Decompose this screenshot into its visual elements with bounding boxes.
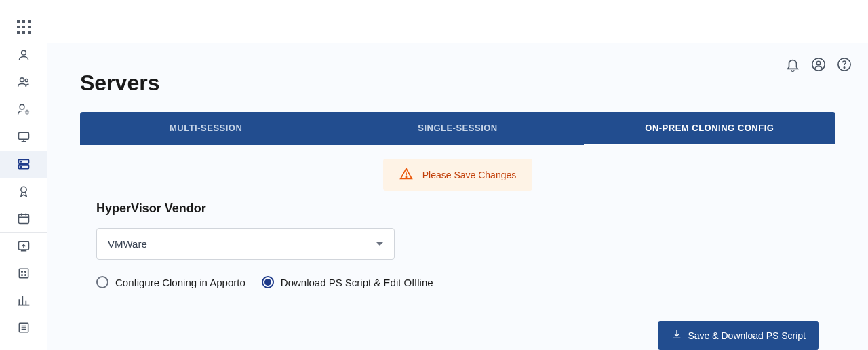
svg-point-1 [20,78,24,82]
sidebar-item-servers[interactable] [0,151,47,178]
radio-unchecked-icon [96,276,108,288]
alert-message: Please Save Changes [422,170,517,180]
sidebar-item-calendar[interactable] [0,205,47,232]
cloning-mode-radios: Configure Cloning in Apporto Download PS… [96,276,819,288]
svg-point-4 [26,111,28,113]
page-title: Servers [80,71,835,96]
tab-label: ON-PREM CLONING CONFIG [645,123,774,133]
svg-point-14 [21,271,22,273]
svg-rect-13 [19,269,28,277]
app-launcher-icon[interactable] [0,14,47,41]
help-icon[interactable] [837,57,852,75]
radio-configure-apporto[interactable]: Configure Cloning in Apporto [96,276,245,288]
tab-label: SINGLE-SESSION [418,123,498,133]
hypervisor-vendor-label: HyperVisor Vendor [96,201,819,216]
svg-point-22 [844,67,844,68]
svg-point-20 [816,61,821,65]
sidebar-item-analytics[interactable] [0,287,47,314]
tab-onprem-cloning[interactable]: ON-PREM CLONING CONFIG [584,112,835,145]
notification-icon[interactable] [785,57,800,75]
svg-point-15 [24,271,26,273]
sidebar-item-grid[interactable] [0,260,47,287]
save-download-button[interactable]: Save & Download PS Script [658,321,819,350]
svg-point-23 [406,176,406,177]
svg-rect-11 [18,214,28,223]
main-content: Servers MULTI-SESSION SINGLE-SESSION ON-… [47,43,868,350]
svg-point-3 [20,104,24,109]
tab-multi-session[interactable]: MULTI-SESSION [80,112,332,145]
radio-download-script[interactable]: Download PS Script & Edit Offline [262,276,433,288]
vendor-selected-value: VMWare [108,238,147,250]
svg-point-9 [20,166,21,167]
sidebar-item-award[interactable] [0,178,47,205]
radio-checked-icon [262,276,274,288]
sidebar-item-list[interactable] [0,314,47,341]
account-icon[interactable] [811,57,826,75]
vendor-select[interactable]: VMWare [96,228,395,260]
button-label: Save & Download PS Script [688,330,806,341]
chevron-down-icon [376,242,383,246]
sidebar [0,0,47,350]
svg-point-8 [20,161,21,162]
svg-point-2 [25,79,28,81]
top-bar-actions [785,57,852,75]
download-icon [671,329,682,342]
save-changes-alert: Please Save Changes [383,159,533,191]
sidebar-item-link[interactable] [0,233,47,260]
svg-point-19 [812,58,825,71]
svg-point-10 [20,187,26,192]
svg-point-17 [24,275,26,276]
radio-label: Download PS Script & Edit Offline [281,277,433,288]
svg-rect-5 [18,132,28,139]
sidebar-item-desktop[interactable] [0,123,47,151]
radio-label: Configure Cloning in Apporto [115,277,245,288]
sidebar-item-user-settings[interactable] [0,96,47,123]
sidebar-item-user[interactable] [0,41,47,69]
tab-single-session[interactable]: SINGLE-SESSION [332,112,583,145]
tab-bar: MULTI-SESSION SINGLE-SESSION ON-PREM CLO… [80,112,835,145]
warning-icon [399,167,413,182]
tab-label: MULTI-SESSION [170,123,242,133]
svg-point-16 [21,275,22,276]
sidebar-item-users[interactable] [0,69,47,96]
svg-point-0 [21,50,26,55]
